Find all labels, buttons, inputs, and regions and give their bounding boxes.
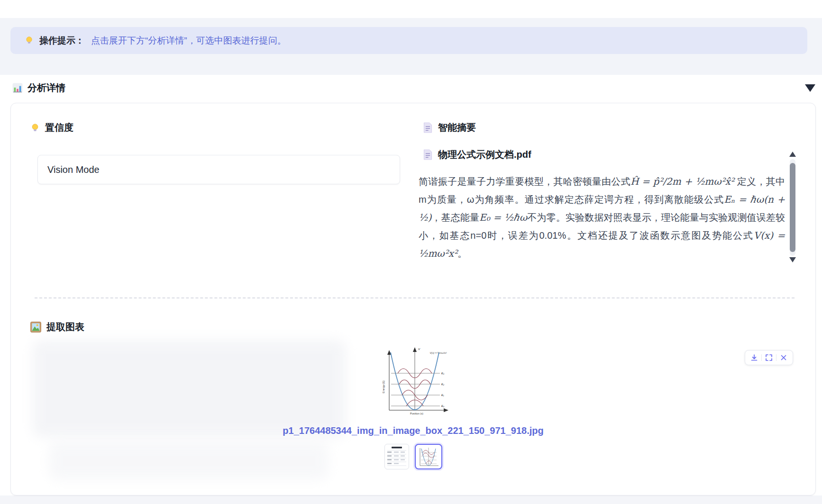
level-label-e0: E₀: [441, 405, 445, 407]
figure-xlabel: Position (x): [410, 412, 423, 415]
scrollbar-thumb[interactable]: [790, 163, 795, 252]
summary-paragraph: 简谐振子是量子力学重要模型，其哈密顿量由公式Ĥ = p̂²/2m + ½mω²x…: [419, 172, 785, 262]
confidence-title: 置信度: [45, 121, 73, 134]
summary-segment: ，基态能量: [431, 212, 479, 223]
details-header[interactable]: 分析详情: [12, 81, 65, 94]
level-label-e1: E₁: [441, 394, 444, 396]
extract-title: 提取图表: [46, 321, 84, 333]
vision-mode-box: Vision Mode: [37, 155, 400, 184]
document-name: 物理公式示例文档.pdf: [438, 148, 531, 161]
scroll-down-icon[interactable]: [789, 257, 796, 262]
vision-mode-label: Vision Mode: [47, 164, 100, 175]
chart-action-toolbar: [745, 350, 793, 365]
scroll-up-icon[interactable]: [789, 152, 796, 157]
chart-thumbnail-icon: [417, 446, 440, 468]
summary-heading: 智能摘要: [423, 121, 476, 134]
summary-segment: 。: [457, 248, 467, 259]
tip-banner: 操作提示： 点击展开下方“分析详情”，可选中图表进行提问。: [10, 27, 807, 54]
fullscreen-icon: [765, 354, 773, 361]
thumbnail-chart-selected[interactable]: [415, 444, 442, 469]
download-button[interactable]: [747, 352, 761, 363]
summary-segment: 简谐振子是量子力学重要模型，其哈密顿量由公式: [419, 176, 630, 187]
picture-icon: [30, 322, 41, 333]
section-divider: [35, 297, 795, 298]
tip-message: 点击展开下方“分析详情”，可选中图表进行提问。: [91, 35, 286, 47]
thumbnail-strip: [11, 444, 815, 469]
confidence-heading: 置信度: [30, 121, 73, 134]
extracted-chart-image[interactable]: V V(x) = ½mω²x² Energy (E) Position (x) …: [380, 344, 449, 415]
close-button[interactable]: [776, 352, 791, 363]
level-label-e3: E₃: [441, 372, 445, 375]
faded-chart-ghost: [33, 340, 346, 437]
collapse-arrow-icon[interactable]: [805, 84, 815, 92]
bulb-icon: [30, 123, 40, 133]
formula-ground-energy: E₀ = ½ℏω: [479, 212, 527, 223]
v-axis-label: V: [418, 348, 420, 351]
figure-ylabel: Energy (E): [382, 380, 385, 393]
tip-label: 操作提示：: [39, 35, 84, 47]
bulb-icon: [25, 36, 34, 45]
thumbnail-table[interactable]: [384, 444, 409, 469]
oscillator-figure: V V(x) = ½mω²x² Energy (E) Position (x) …: [380, 344, 449, 415]
formula-hamiltonian: Ĥ = p̂²/2m + ½mω²x̂²: [630, 176, 734, 187]
summary-scrollbar: [789, 151, 796, 264]
document-icon: [423, 149, 433, 160]
bar-chart-icon: [12, 83, 23, 93]
figure-formula: V(x) = ½mω²x²: [430, 351, 447, 354]
analysis-card: 置信度 Vision Mode 智能摘要 物理公式示例文档.pdf 简谐: [10, 103, 816, 495]
document-icon: [423, 122, 433, 133]
download-icon: [750, 354, 758, 361]
fullscreen-button[interactable]: [762, 352, 776, 363]
bottom-strip: [0, 495, 822, 504]
table-thumbnail-icon: [386, 445, 408, 468]
level-label-e2: E₂: [441, 383, 445, 386]
summary-title: 智能摘要: [438, 121, 476, 134]
chart-filename-link[interactable]: p1_1764485344_img_in_image_box_221_150_9…: [11, 425, 815, 436]
extract-heading: 提取图表: [30, 321, 84, 333]
analysis-page: 操作提示： 点击展开下方“分析详情”，可选中图表进行提问。 分析详情 置信度 V…: [0, 0, 822, 504]
close-icon: [780, 354, 787, 361]
details-title: 分析详情: [27, 81, 65, 94]
document-title-row: 物理公式示例文档.pdf: [423, 148, 531, 161]
